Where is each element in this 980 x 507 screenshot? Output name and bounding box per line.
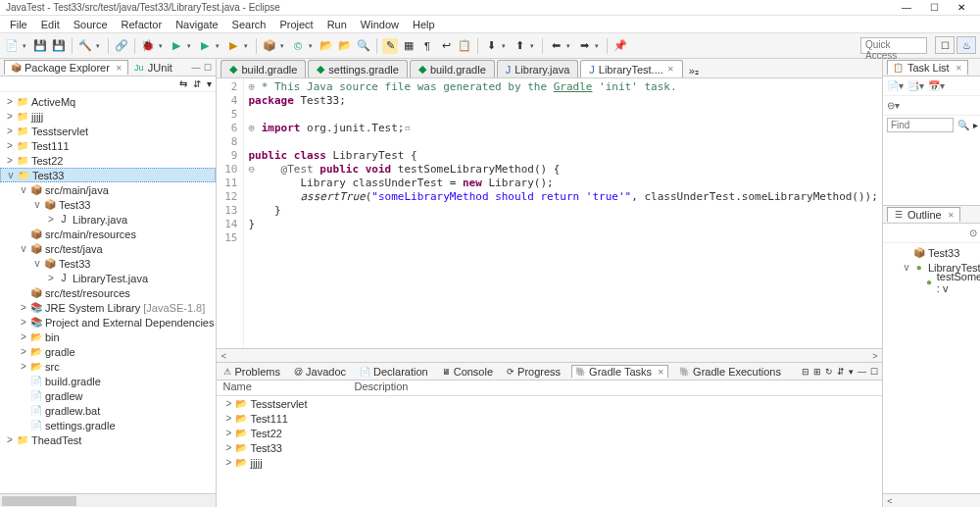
scroll-right-icon[interactable]: >: [868, 351, 882, 361]
menu-search[interactable]: Search: [226, 18, 272, 31]
collapse-all-icon[interactable]: ⇆: [179, 78, 187, 89]
view-tab-problems[interactable]: ⚠Problems: [220, 366, 282, 378]
tree-item[interactable]: 📄gradlew: [0, 388, 216, 403]
editor-tab[interactable]: JLibraryTest....✕: [580, 60, 683, 77]
menu-run[interactable]: Run: [321, 18, 353, 31]
bv-min-icon[interactable]: —: [858, 367, 866, 377]
open-perspective-icon[interactable]: ☐: [935, 36, 955, 54]
view-tab-console[interactable]: 🖥Console: [439, 366, 496, 378]
tree-item[interactable]: v📦Test33: [0, 256, 216, 271]
menu-project[interactable]: Project: [273, 18, 318, 31]
column-description[interactable]: Description: [354, 380, 881, 395]
outline-item[interactable]: 📦Test33: [883, 245, 980, 260]
tree-item[interactable]: v📁Test33: [0, 168, 216, 182]
save-icon[interactable]: 💾: [32, 38, 48, 54]
tree-item[interactable]: >📚JRE System Library [JavaSE-1.8]: [0, 300, 216, 315]
coverage-icon[interactable]: ▶: [197, 38, 213, 54]
gradle-project-row[interactable]: >📂jjjjj: [217, 455, 881, 470]
prev-annotation-icon[interactable]: ⬆: [512, 38, 527, 54]
editor-tab[interactable]: ◆build.gradle: [410, 60, 495, 77]
tree-item[interactable]: >📁Tesstservlet: [0, 124, 216, 138]
open-type-icon[interactable]: 📂: [337, 38, 353, 54]
next-annotation-icon[interactable]: ⬇: [483, 38, 499, 54]
tree-item[interactable]: >📁Test22: [0, 153, 216, 168]
toggle-mark-icon[interactable]: ✎: [382, 38, 398, 54]
tree-item[interactable]: >JLibrary.java: [0, 212, 216, 227]
tree-item[interactable]: >📂gradle: [0, 344, 216, 359]
tree-item[interactable]: 📦src/test/resources: [0, 285, 216, 300]
close-button[interactable]: ✕: [949, 1, 974, 15]
task-find-input[interactable]: [887, 118, 954, 132]
forward-icon[interactable]: ➡: [576, 38, 592, 54]
tree-item[interactable]: 📄settings.gradle: [0, 418, 216, 432]
run-last-icon[interactable]: ▶: [225, 38, 241, 54]
more-tabs-icon[interactable]: »₂: [685, 65, 703, 77]
new-task-icon[interactable]: 📄▾: [887, 80, 904, 91]
package-explorer-tab[interactable]: 📦 Package Explorer ✕: [4, 60, 128, 75]
editor-content[interactable]: ⊕ * This Java source file was generated …: [244, 78, 881, 348]
gradle-project-row[interactable]: >📂Test22: [217, 426, 881, 440]
menu-source[interactable]: Source: [68, 18, 114, 31]
tree-item[interactable]: 📄build.gradle: [0, 374, 216, 388]
gradle-project-row[interactable]: >📂Test111: [217, 411, 881, 426]
scroll-left-icon[interactable]: <: [217, 351, 230, 361]
quick-access-input[interactable]: Quick Access: [860, 37, 927, 54]
new-folder-icon[interactable]: 📂: [318, 38, 334, 54]
editor-tab[interactable]: ◆build.gradle: [220, 60, 306, 77]
tree-item[interactable]: v📦src/main/java: [0, 182, 216, 197]
show-whitespace-icon[interactable]: ¶: [419, 38, 435, 54]
tree-item[interactable]: >📁ActiveMq: [0, 94, 216, 109]
gradle-project-row[interactable]: >📂Tesstservlet: [217, 396, 881, 411]
view-tab-progress[interactable]: ⟳Progress: [504, 366, 564, 378]
task-list-tab[interactable]: 📋 Task List ✕: [887, 60, 968, 75]
ol-focus-icon[interactable]: ⊙: [969, 228, 977, 238]
toggle-block-icon[interactable]: ▦: [401, 38, 416, 54]
tree-item[interactable]: >📁Test111: [0, 138, 216, 153]
menu-navigate[interactable]: Navigate: [170, 18, 223, 31]
tree-item[interactable]: >📁jjjjj: [0, 109, 216, 124]
tree-item[interactable]: >📂src: [0, 359, 216, 374]
new-icon[interactable]: 📄: [4, 38, 20, 54]
toggle-word-wrap-icon[interactable]: ↩: [438, 38, 454, 54]
search-icon[interactable]: 🔍: [356, 38, 371, 54]
minimize-view-icon[interactable]: —: [191, 63, 200, 73]
tree-item[interactable]: v📦src/test/java: [0, 241, 216, 256]
view-tab-javadoc[interactable]: @Javadoc: [291, 366, 349, 378]
task-cat-icon[interactable]: 📑▾: [907, 80, 924, 91]
view-tab-gradle-executions[interactable]: 🐘Gradle Executions: [676, 366, 784, 378]
minimize-button[interactable]: —: [894, 1, 919, 15]
pin-icon[interactable]: 📌: [612, 38, 628, 54]
new-class-icon[interactable]: ©: [290, 38, 306, 54]
build-icon[interactable]: 🔨: [77, 38, 93, 54]
view-tab-gradle-tasks[interactable]: 🐘Gradle Tasks✕: [571, 365, 668, 378]
editor-tab[interactable]: ◆settings.gradle: [308, 60, 408, 77]
task-search-icon[interactable]: 🔍: [957, 120, 969, 130]
outline-tab[interactable]: ☰ Outline ✕: [887, 207, 960, 222]
menu-window[interactable]: Window: [355, 18, 405, 31]
tree-item[interactable]: >JLibraryTest.java: [0, 271, 216, 285]
view-tab-declaration[interactable]: 📄Declaration: [357, 366, 431, 378]
view-menu-icon[interactable]: ▾: [207, 78, 212, 89]
bv-menu-icon[interactable]: ▾: [849, 367, 854, 377]
tree-item[interactable]: v📦Test33: [0, 197, 216, 212]
tree-item[interactable]: 📄gradlew.bat: [0, 403, 216, 418]
expand-icon[interactable]: ⊞: [813, 367, 821, 377]
run-icon[interactable]: ▶: [169, 38, 184, 54]
menu-refactor[interactable]: Refactor: [116, 18, 169, 31]
annotation-icon[interactable]: 📋: [457, 38, 472, 54]
link-icon[interactable]: 🔗: [114, 38, 129, 54]
refresh-icon[interactable]: ↻: [825, 367, 833, 377]
link-editor-icon[interactable]: ⇵: [193, 78, 201, 89]
tree-item[interactable]: >📚Project and External Dependencies: [0, 315, 216, 330]
link-icon[interactable]: ⇵: [837, 367, 845, 377]
column-name[interactable]: Name: [217, 380, 354, 395]
menu-edit[interactable]: Edit: [35, 18, 66, 31]
maximize-view-icon[interactable]: ☐: [204, 63, 212, 73]
junit-tab[interactable]: Ju JUnit: [128, 61, 177, 75]
maximize-button[interactable]: ☐: [921, 1, 947, 15]
tree-item[interactable]: >📂bin: [0, 330, 216, 344]
tree-item[interactable]: >📁TheadTest: [0, 432, 216, 447]
back-icon[interactable]: ⬅: [548, 38, 564, 54]
new-package-icon[interactable]: 📦: [262, 38, 277, 54]
menu-help[interactable]: Help: [407, 18, 441, 31]
